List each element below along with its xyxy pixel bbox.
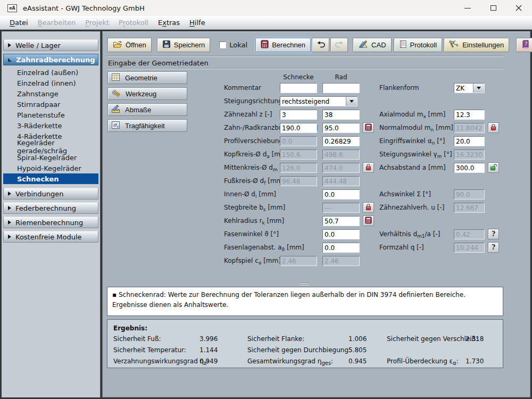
input-fasenlagenabst-rad[interactable] [322,243,360,253]
input-normalmodul [454,123,485,133]
result-label: Sicherheit Fuß: [113,334,200,345]
maximize-button[interactable] [484,1,502,15]
lock-locked-button-stegbreite[interactable] [363,202,374,213]
input-kehlradius-rad[interactable] [322,216,360,226]
window-title: eAssistant - GWJ Technology GmbH [23,4,145,12]
undo-button[interactable] [312,38,329,52]
protokoll-button[interactable]: Protokoll [394,38,443,52]
close-button[interactable] [510,1,528,15]
menu-item-extras[interactable]: Extras [153,17,185,28]
tragfaehigkeit-section-button[interactable]: σxTragfähigkeit [107,119,187,132]
input-fusskreis-rad [322,176,360,186]
calculator-button-kehlradius[interactable] [363,215,374,226]
input-axialmodul[interactable] [454,110,485,120]
input-zahnbreite-rad[interactable] [322,123,360,133]
label-fusskreis: Fußkreis-Ø df [mm] [224,176,285,188]
calculator [365,217,372,226]
speichern-button[interactable]: Speichern [157,38,211,52]
maximize-icon [491,5,496,11]
calculator-button-zahnbreite[interactable] [363,122,374,133]
menu-item-datei[interactable]: Datei [5,17,33,28]
redo-button[interactable] [330,38,348,52]
flankenform-dropdown[interactable]: ZK [454,83,485,93]
oeffnen-button[interactable]: Öffnen [107,38,152,52]
warning-text: Schneckenrad: Werte zur Berechnung der T… [112,291,466,309]
input-zaehnezahl-rad[interactable] [322,110,360,120]
lokal-checkbox[interactable]: Lokal [219,41,247,49]
content-panel: ÖffnenSpeichernLokalBerechnenCADProtokol… [102,31,530,397]
sidebar-section-zahnradberechnung[interactable]: Zahnradberechnung [3,54,98,65]
sidebar-section-riemenberechnung[interactable]: Riemenberechnung [3,217,98,228]
sidebar-item-zahnstange[interactable]: Zahnstange [3,88,98,99]
steigungsrichtung-dropdown[interactable]: rechtssteigend [280,96,358,106]
hilfe-button[interactable]: ?Hilfe [516,38,532,52]
label-steigungsrichtung: Steigungsrichtung [224,96,282,106]
save-icon [162,40,171,50]
splitter-handle[interactable] [300,282,309,286]
sidebar-section-verbindungen[interactable]: Verbindungen [3,188,98,200]
expanded-arrow-icon [8,58,12,62]
sidebar-section-kostenfreie-module[interactable]: Kostenfreie Module [3,231,98,243]
help-button-verhaeltnis[interactable]: ? [488,229,499,239]
sidebar-item-label: Planetenstufe [17,111,65,119]
menu-bar: DateiBearbeitenProjektProtokollExtrasHil… [0,16,532,30]
input-zaehnezahl-schnecke[interactable] [280,110,317,120]
input-eingriffswinkel[interactable] [454,136,485,146]
input-kopfkreis-rad [322,149,360,160]
cad-icon [358,40,368,50]
input-kommentar-rad[interactable] [322,83,360,93]
lock-locked-button-normalmodul[interactable] [488,122,499,133]
minimize-button[interactable] [459,1,477,15]
lock-unlocked-button-achsabstand[interactable] [488,162,499,173]
lock-locked-button-mittenkreis[interactable] [363,162,374,173]
label-axialmodul: Axialmodul mx [mm] [379,110,445,122]
sidebar-item-kegelraeder-gerade-schraeg[interactable]: Kegelräder gerade/schräg [3,142,98,152]
input-kommentar-schnecke[interactable] [280,83,317,93]
button-label: CAD [371,41,386,49]
checkbox-box[interactable] [219,41,226,48]
sidebar-section-federberechnung[interactable]: Federberechnung [3,202,98,214]
input-profilverschiebung-rad[interactable] [322,136,360,146]
menu-item-projekt: Projekt [80,17,114,28]
button-label: Protokoll [410,41,437,49]
input-achsabstand[interactable] [454,163,485,173]
sidebar-item-schnecken[interactable]: Schnecken [3,173,98,184]
help-button-formzahl[interactable]: ? [488,242,499,253]
open-icon [113,40,122,50]
sidebar-item-hypoid-kegelraeder[interactable]: Hypoid-Kegelräder [3,163,98,173]
input-fasenwinkel-rad[interactable] [322,229,360,239]
input-zahnbreite-schnecke[interactable] [280,123,317,133]
sidebar: Welle / LagerZahnradberechnungEinzelrad … [2,31,101,397]
input-innendurchmesser-rad[interactable] [322,189,360,200]
sidebar-section-welle-lager[interactable]: Welle / Lager [3,39,98,51]
input-stegbreite-rad [322,203,360,213]
cad-button[interactable]: CAD [353,38,391,52]
button-label: Öffnen [126,41,146,49]
abmasse-section-button[interactable]: Abmaße [107,103,187,116]
dropdown-arrow-button[interactable] [473,84,484,93]
geometrie-section-button[interactable]: Geometrie [107,71,187,84]
berechnen-button[interactable]: Berechnen [255,38,311,52]
sidebar-item-einzelrad-innen[interactable]: Einzelrad (innen) [3,78,98,88]
chevron-down-icon [477,87,481,89]
results-title: Ergebnis: [113,323,497,334]
einstellungen-button[interactable]: Einstellungen [444,38,509,52]
sidebar-item-3-raederkette[interactable]: 3-Räderkette [3,120,98,131]
sidebar-item-stirnradpaar[interactable]: Stirnradpaar [3,99,98,110]
werkzeug-section-button[interactable]: Werkzeug [107,87,187,100]
calculator [365,123,372,132]
sidebar-item-einzelrad-aussen[interactable]: Einzelrad (außen) [3,67,98,78]
divider [107,68,503,69]
input-mittenkreis-rad [322,163,360,173]
menu-item-hilfe[interactable]: Hilfe [185,17,210,28]
dropdown-arrow-button[interactable] [346,97,357,106]
result-label: Gesamtwirkungsgrad ηges: [247,356,348,369]
dropdown-value: ZK [456,85,464,92]
lock-locked [365,203,372,212]
result-value: 1.006 [348,334,387,345]
results-row: Verzahnungswirkungsgrad ηz:0.949Gesamtwi… [113,356,497,369]
sidebar-item-planetenstufe[interactable]: Planetenstufe [3,110,98,120]
label-kopfkreis: Kopfkreis-Ø da [mm] [224,149,289,162]
label-kommentar: Kommentar [224,83,261,93]
result-value: 2.318 [466,334,497,345]
